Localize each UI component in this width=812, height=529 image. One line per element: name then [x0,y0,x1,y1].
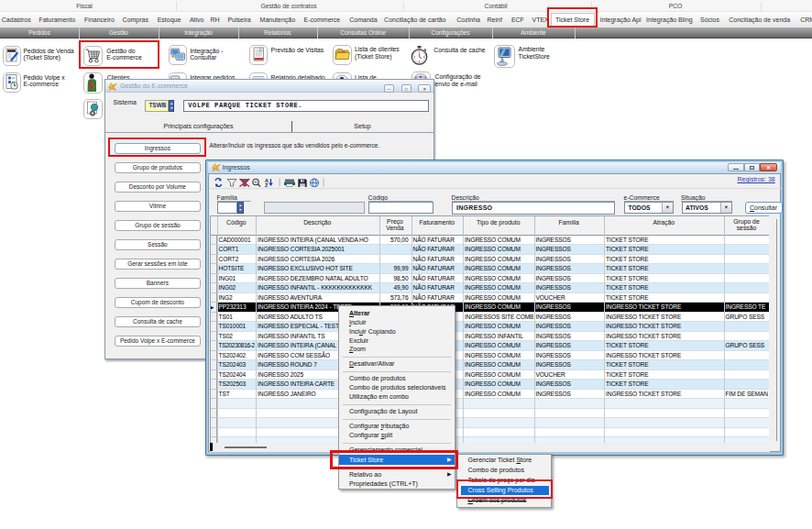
svg-text:$: $ [88,78,94,92]
